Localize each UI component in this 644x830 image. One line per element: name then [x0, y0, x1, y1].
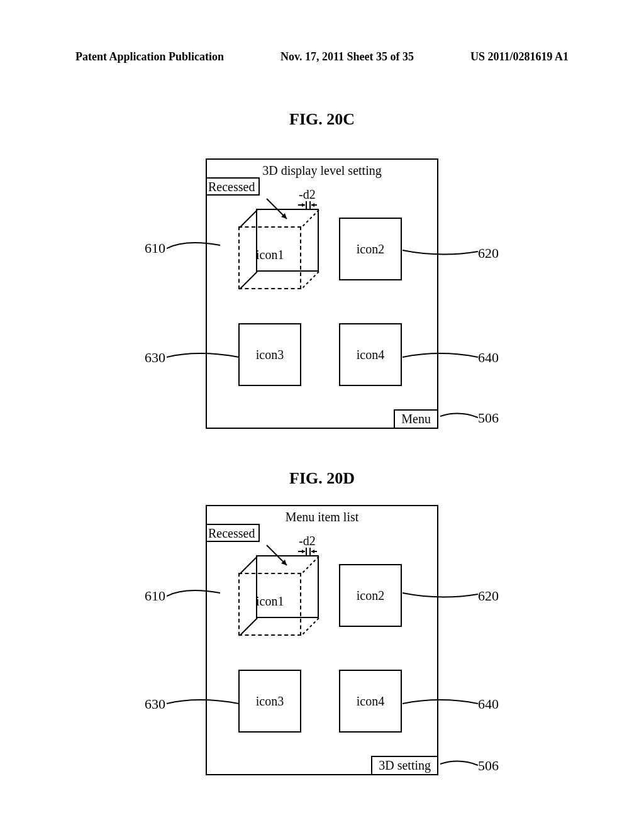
- svg-line-20: [240, 556, 257, 574]
- icon3-box-d: icon3: [238, 670, 301, 733]
- leader-610-d: [167, 587, 220, 599]
- icon1-3d-box: icon1: [238, 209, 320, 297]
- recessed-label: Recessed: [206, 177, 260, 196]
- fig-20d-label: FIG. 20D: [289, 469, 355, 488]
- svg-line-10: [240, 272, 257, 289]
- icon1-label: icon1: [256, 248, 284, 262]
- svg-line-11: [301, 272, 319, 289]
- menu-button[interactable]: Menu: [394, 409, 438, 429]
- ref-620: 620: [478, 245, 499, 262]
- icon3-label-d: icon3: [256, 694, 284, 709]
- icon4-label: icon4: [357, 348, 384, 362]
- leader-610: [167, 239, 220, 252]
- icon2-label: icon2: [357, 242, 384, 257]
- menu-button-d[interactable]: 3D setting: [371, 756, 438, 775]
- icon1-3d-box-d: icon1: [238, 555, 320, 643]
- ref-630-d: 630: [145, 696, 165, 712]
- icon4-box: icon4: [339, 323, 402, 386]
- svg-line-9: [301, 210, 319, 228]
- menu-button-label: Menu: [401, 412, 431, 426]
- ref-506: 506: [478, 410, 499, 426]
- svg-line-23: [301, 618, 319, 636]
- d2-tick-marks-d: [298, 548, 317, 555]
- header-right: US 2011/0281619 A1: [470, 50, 569, 64]
- svg-line-8: [240, 210, 257, 228]
- icon1-label-d: icon1: [256, 594, 284, 609]
- ref-630: 630: [145, 350, 165, 366]
- svg-line-22: [240, 618, 257, 636]
- icon4-label-d: icon4: [357, 694, 384, 709]
- ref-610-d: 610: [145, 588, 165, 604]
- menu-button-label-d: 3D setting: [379, 758, 431, 772]
- svg-line-21: [301, 556, 319, 574]
- fig-20d-title: Menu item list: [207, 510, 437, 524]
- ref-610: 610: [145, 240, 165, 257]
- fig-20c-panel: 3D display level setting Recessed -d2 ic…: [206, 158, 438, 429]
- header-left: Patent Application Publication: [75, 50, 224, 64]
- icon2-box: icon2: [339, 218, 402, 280]
- svg-marker-17: [311, 550, 314, 553]
- leader-506-d: [440, 758, 478, 770]
- leader-620: [402, 245, 478, 258]
- icon2-label-d: icon2: [357, 589, 384, 603]
- leader-630: [167, 350, 239, 362]
- leader-506: [440, 410, 478, 423]
- icon3-box: icon3: [238, 323, 301, 386]
- fig-20c-label: FIG. 20C: [289, 110, 355, 129]
- ref-620-d: 620: [478, 588, 499, 604]
- icon3-label: icon3: [256, 348, 284, 362]
- svg-marker-13: [302, 550, 305, 553]
- icon4-box-d: icon4: [339, 670, 402, 733]
- icon2-box-d: icon2: [339, 564, 402, 627]
- recessed-label-d: Recessed: [206, 524, 260, 542]
- header-center: Nov. 17, 2011 Sheet 35 of 35: [280, 50, 414, 64]
- ref-640: 640: [478, 350, 499, 366]
- fig-20c-title: 3D display level setting: [207, 163, 437, 178]
- page-header: Patent Application Publication Nov. 17, …: [0, 50, 644, 64]
- ref-640-d: 640: [478, 696, 499, 712]
- leader-630-d: [167, 696, 239, 709]
- svg-marker-5: [311, 203, 314, 207]
- d2-tick-marks: [298, 201, 317, 209]
- svg-marker-1: [302, 203, 305, 207]
- d2-label: -d2: [299, 187, 316, 202]
- leader-640-d: [402, 696, 478, 709]
- fig-20d-panel: Menu item list Recessed -d2 icon1 icon2 …: [206, 505, 438, 775]
- d2-label-d: -d2: [299, 534, 316, 548]
- ref-506-d: 506: [478, 758, 499, 774]
- leader-640: [402, 350, 478, 362]
- leader-620-d: [402, 588, 478, 600]
